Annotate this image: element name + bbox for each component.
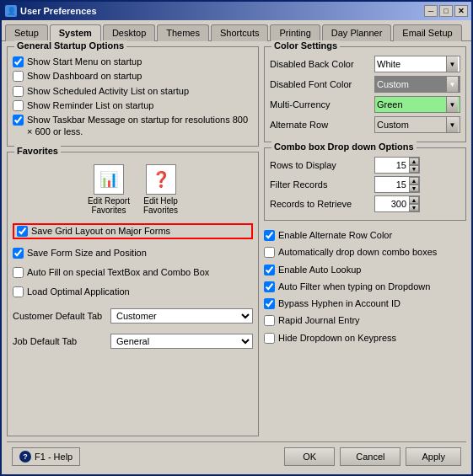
show-start-menu-checkbox[interactable] (13, 56, 24, 67)
save-grid-checkbox[interactable] (17, 226, 28, 237)
startup-item-3: Show Reminder List on startup (13, 99, 253, 111)
save-form-label: Save Form Size and Position (27, 247, 147, 259)
alternate-row-select[interactable]: Custom ▼ (374, 116, 460, 133)
right-col: Color Settings Disabled Back Color White… (264, 46, 466, 436)
tab-emailsetup[interactable]: Email Setup (393, 24, 461, 41)
enable-alt-row-label: Enable Alternate Row Color (278, 229, 392, 241)
window-title: User Preferences (20, 6, 97, 16)
edit-help-favorites[interactable]: ❓ Edit HelpFavorites (143, 164, 178, 215)
save-form-checkbox[interactable] (13, 248, 24, 259)
auto-dropdown-checkbox[interactable] (264, 247, 275, 258)
multi-currency-select[interactable]: Green ▼ (374, 96, 460, 113)
minimize-button[interactable]: ─ (424, 5, 438, 17)
title-bar: 👤 User Preferences ─ □ ✕ (2, 2, 471, 20)
tab-dayplanner[interactable]: Day Planner (322, 24, 392, 41)
tab-setup[interactable]: Setup (5, 24, 48, 41)
auto-filter-row: Auto Filter when typing on Dropdown (264, 281, 466, 292)
startup-item-1: Show Dashboard on startup (13, 70, 253, 82)
startup-item-2: Show Scheduled Activity List on startup (13, 85, 253, 97)
filter-records-arrows: ▲ ▼ (409, 177, 419, 192)
maximize-button[interactable]: □ (439, 5, 453, 17)
rapid-journal-label: Rapid Journal Entry (278, 314, 360, 326)
tab-themes[interactable]: Themes (157, 24, 209, 41)
bypass-hyphen-label: Bypass Hyphen in Account ID (278, 297, 400, 309)
filter-down-btn[interactable]: ▼ (409, 185, 419, 192)
help-label: F1 - Help (35, 452, 73, 462)
help-button[interactable]: ? F1 - Help (12, 447, 80, 466)
favorites-group-title: Favorites (14, 146, 61, 156)
job-tab-row: Job Default Tab General Customer Other (13, 334, 253, 349)
show-start-menu-label: Show Start Menu on startup (27, 56, 142, 67)
tab-system[interactable]: System (50, 24, 101, 41)
disabled-font-row: Disabled Font Color Custom ▼ (270, 76, 460, 93)
combo-options-title: Combo box Drop down Options (271, 142, 417, 152)
tab-printing[interactable]: Printing (270, 24, 320, 41)
auto-fill-checkbox[interactable] (13, 267, 24, 278)
show-dashboard-checkbox[interactable] (13, 71, 24, 82)
edit-report-favorites[interactable]: 📊 Edit ReportFavorites (88, 164, 130, 215)
cancel-button[interactable]: Cancel (340, 447, 400, 466)
report-icon: 📊 (94, 164, 124, 195)
auto-dropdown-label: Automatically drop down combo boxes (278, 246, 437, 258)
hide-dropdown-checkbox[interactable] (264, 333, 275, 344)
rows-to-display-arrows: ▲ ▼ (409, 158, 419, 173)
records-to-retrieve-row: Records to Retrieve ▲ ▼ (270, 195, 460, 212)
startup-group-content: Show Start Menu on startup Show Dashboar… (13, 56, 253, 138)
enable-alt-row-checkbox[interactable] (264, 230, 275, 241)
records-to-retrieve-arrows: ▲ ▼ (409, 196, 419, 211)
filter-records-label: Filter Records (270, 179, 371, 190)
tab-shortcuts[interactable]: Shortcuts (211, 24, 268, 41)
job-tab-select[interactable]: General Customer Other (110, 334, 253, 349)
tabs-bar: Setup System Desktop Themes Shortcuts Pr… (2, 20, 471, 40)
disabled-font-label: Disabled Font Color (270, 79, 371, 89)
title-bar-left: 👤 User Preferences (5, 5, 97, 17)
load-optimal-checkbox[interactable] (13, 286, 24, 297)
close-button[interactable]: ✕ (454, 5, 468, 17)
show-reminder-checkbox[interactable] (13, 100, 24, 111)
disabled-font-select[interactable]: Custom ▼ (374, 76, 460, 93)
records-down-btn[interactable]: ▼ (409, 204, 419, 211)
favorites-content: 📊 Edit ReportFavorites ❓ Edit HelpFavori… (13, 161, 253, 351)
save-grid-row: Save Grid Layout on Major Forms (13, 223, 253, 239)
favorites-group: Favorites 📊 Edit ReportFavorites ❓ Edit … (7, 152, 259, 436)
multi-currency-label: Multi-Currency (270, 99, 371, 110)
content-area: General Startup Options Show Start Menu … (2, 40, 471, 474)
show-taskbar-checkbox[interactable] (13, 115, 24, 126)
help-fav-label: Edit HelpFavorites (143, 196, 178, 215)
show-reminder-label: Show Reminder List on startup (27, 99, 153, 111)
show-scheduled-checkbox[interactable] (13, 86, 24, 97)
customer-tab-select[interactable]: Customer General Other (110, 308, 253, 324)
rows-down-btn[interactable]: ▼ (409, 165, 419, 173)
window-icon: 👤 (5, 5, 17, 17)
filter-records-input[interactable] (375, 179, 409, 190)
rows-to-display-row: Rows to Display ▲ ▼ (270, 157, 460, 174)
tab-desktop[interactable]: Desktop (103, 24, 155, 41)
show-taskbar-label: Show Taskbar Message on startup for reso… (27, 114, 253, 138)
save-grid-label: Save Grid Layout on Major Forms (31, 226, 170, 236)
auto-dropdown-row: Automatically drop down combo boxes (264, 246, 466, 258)
records-up-btn[interactable]: ▲ (409, 196, 419, 204)
filter-up-btn[interactable]: ▲ (409, 177, 419, 185)
bypass-hyphen-checkbox[interactable] (264, 298, 275, 309)
ok-button[interactable]: OK (284, 447, 335, 466)
favorites-icons: 📊 Edit ReportFavorites ❓ Edit HelpFavori… (13, 161, 253, 218)
multi-currency-value: Green (377, 99, 403, 110)
rows-to-display-input[interactable] (375, 159, 409, 171)
enable-auto-lookup-label: Enable Auto Lookup (278, 264, 361, 275)
auto-filter-checkbox[interactable] (264, 281, 275, 292)
rows-up-btn[interactable]: ▲ (409, 158, 419, 165)
enable-auto-lookup-checkbox[interactable] (264, 265, 275, 275)
save-form-row: Save Form Size and Position (13, 247, 253, 259)
main-window: 👤 User Preferences ─ □ ✕ Setup System De… (0, 0, 473, 476)
combo-options-content: Rows to Display ▲ ▼ Filter Records (270, 157, 460, 212)
action-buttons: OK Cancel Apply (284, 447, 461, 466)
rapid-journal-checkbox[interactable] (264, 315, 275, 326)
disabled-back-select[interactable]: White ▼ (374, 56, 460, 72)
auto-fill-row: Auto Fill on special TextBox and Combo B… (13, 266, 253, 278)
disabled-back-value: White (377, 59, 400, 69)
apply-button[interactable]: Apply (406, 447, 461, 466)
records-to-retrieve-input[interactable] (375, 198, 409, 210)
filter-records-row: Filter Records ▲ ▼ (270, 176, 460, 193)
report-label: Edit ReportFavorites (88, 196, 130, 215)
startup-group-title: General Startup Options (14, 40, 126, 51)
